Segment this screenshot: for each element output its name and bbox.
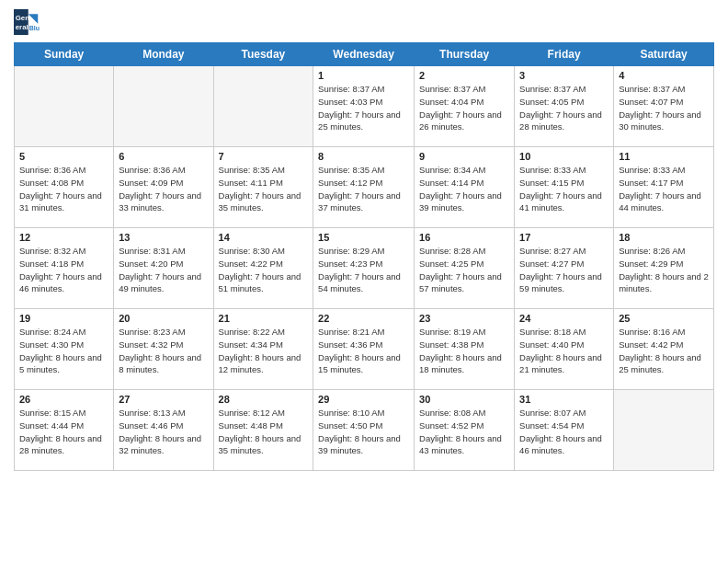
day-info: Sunrise: 8:08 AMSunset: 4:52 PMDaylight:… — [419, 407, 509, 457]
day-info: Sunrise: 8:27 AMSunset: 4:27 PMDaylight:… — [519, 245, 609, 295]
day-info: Sunrise: 8:31 AMSunset: 4:20 PMDaylight:… — [119, 245, 208, 295]
day-number: 7 — [219, 151, 309, 162]
calendar-cell: 27Sunrise: 8:13 AMSunset: 4:46 PMDayligh… — [114, 390, 213, 471]
day-number: 4 — [619, 70, 709, 81]
calendar-cell: 23Sunrise: 8:19 AMSunset: 4:38 PMDayligh… — [415, 309, 515, 390]
day-number: 16 — [419, 232, 509, 243]
day-info: Sunrise: 8:33 AMSunset: 4:17 PMDaylight:… — [619, 164, 709, 214]
logo: Gen eral Blue — [14, 9, 43, 35]
day-number: 17 — [519, 232, 609, 243]
calendar-cell: 4Sunrise: 8:37 AMSunset: 4:07 PMDaylight… — [614, 66, 714, 147]
week-row-2: 5Sunrise: 8:36 AMSunset: 4:08 PMDaylight… — [15, 147, 714, 228]
day-info: Sunrise: 8:22 AMSunset: 4:34 PMDaylight:… — [219, 326, 309, 376]
day-number: 1 — [318, 70, 409, 81]
day-number: 6 — [119, 151, 208, 162]
day-info: Sunrise: 8:19 AMSunset: 4:38 PMDaylight:… — [419, 326, 509, 376]
calendar-cell: 29Sunrise: 8:10 AMSunset: 4:50 PMDayligh… — [313, 390, 415, 471]
day-number: 29 — [318, 394, 409, 405]
calendar-cell: 21Sunrise: 8:22 AMSunset: 4:34 PMDayligh… — [213, 309, 313, 390]
calendar-cell: 15Sunrise: 8:29 AMSunset: 4:23 PMDayligh… — [313, 228, 415, 309]
calendar-cell — [614, 390, 714, 471]
calendar-cell: 20Sunrise: 8:23 AMSunset: 4:32 PMDayligh… — [114, 309, 213, 390]
weekday-header-thursday: Thursday — [415, 43, 515, 66]
calendar-cell: 11Sunrise: 8:33 AMSunset: 4:17 PMDayligh… — [614, 147, 714, 228]
day-info: Sunrise: 8:10 AMSunset: 4:50 PMDaylight:… — [318, 407, 409, 457]
calendar-cell: 12Sunrise: 8:32 AMSunset: 4:18 PMDayligh… — [15, 228, 114, 309]
day-info: Sunrise: 8:34 AMSunset: 4:14 PMDaylight:… — [419, 164, 509, 214]
day-info: Sunrise: 8:35 AMSunset: 4:11 PMDaylight:… — [219, 164, 309, 214]
calendar-cell: 5Sunrise: 8:36 AMSunset: 4:08 PMDaylight… — [15, 147, 114, 228]
day-info: Sunrise: 8:15 AMSunset: 4:44 PMDaylight:… — [19, 407, 108, 457]
calendar-cell: 14Sunrise: 8:30 AMSunset: 4:22 PMDayligh… — [213, 228, 313, 309]
calendar-cell: 22Sunrise: 8:21 AMSunset: 4:36 PMDayligh… — [313, 309, 415, 390]
weekday-header-row: SundayMondayTuesdayWednesdayThursdayFrid… — [15, 43, 714, 66]
day-info: Sunrise: 8:35 AMSunset: 4:12 PMDaylight:… — [318, 164, 409, 214]
week-row-3: 12Sunrise: 8:32 AMSunset: 4:18 PMDayligh… — [15, 228, 714, 309]
day-info: Sunrise: 8:36 AMSunset: 4:08 PMDaylight:… — [19, 164, 108, 214]
day-info: Sunrise: 8:30 AMSunset: 4:22 PMDaylight:… — [219, 245, 309, 295]
calendar-cell — [213, 66, 313, 147]
weekday-header-sunday: Sunday — [15, 43, 114, 66]
day-info: Sunrise: 8:23 AMSunset: 4:32 PMDaylight:… — [119, 326, 208, 376]
day-number: 8 — [318, 151, 409, 162]
calendar-cell: 16Sunrise: 8:28 AMSunset: 4:25 PMDayligh… — [415, 228, 515, 309]
day-number: 24 — [519, 313, 609, 324]
day-number: 18 — [619, 232, 709, 243]
day-number: 9 — [419, 151, 509, 162]
day-number: 15 — [318, 232, 409, 243]
day-number: 21 — [219, 313, 309, 324]
calendar-cell: 9Sunrise: 8:34 AMSunset: 4:14 PMDaylight… — [415, 147, 515, 228]
day-number: 19 — [19, 313, 108, 324]
day-number: 2 — [419, 70, 509, 81]
week-row-1: 1Sunrise: 8:37 AMSunset: 4:03 PMDaylight… — [15, 66, 714, 147]
calendar-cell — [15, 66, 114, 147]
calendar-cell: 3Sunrise: 8:37 AMSunset: 4:05 PMDaylight… — [515, 66, 614, 147]
day-number: 14 — [219, 232, 309, 243]
logo-icon: Gen eral Blue — [14, 9, 40, 35]
day-number: 20 — [119, 313, 208, 324]
calendar-cell: 18Sunrise: 8:26 AMSunset: 4:29 PMDayligh… — [614, 228, 714, 309]
calendar-cell: 30Sunrise: 8:08 AMSunset: 4:52 PMDayligh… — [415, 390, 515, 471]
calendar-cell: 13Sunrise: 8:31 AMSunset: 4:20 PMDayligh… — [114, 228, 213, 309]
day-number: 11 — [619, 151, 709, 162]
day-info: Sunrise: 8:18 AMSunset: 4:40 PMDaylight:… — [519, 326, 609, 376]
weekday-header-saturday: Saturday — [614, 43, 714, 66]
day-info: Sunrise: 8:12 AMSunset: 4:48 PMDaylight:… — [219, 407, 309, 457]
calendar-cell: 7Sunrise: 8:35 AMSunset: 4:11 PMDaylight… — [213, 147, 313, 228]
day-number: 13 — [119, 232, 208, 243]
weekday-header-friday: Friday — [515, 43, 614, 66]
day-number: 5 — [19, 151, 108, 162]
day-number: 26 — [19, 394, 108, 405]
calendar-cell: 6Sunrise: 8:36 AMSunset: 4:09 PMDaylight… — [114, 147, 213, 228]
day-number: 12 — [19, 232, 108, 243]
calendar-cell — [114, 66, 213, 147]
day-info: Sunrise: 8:37 AMSunset: 4:03 PMDaylight:… — [318, 83, 409, 133]
day-info: Sunrise: 8:13 AMSunset: 4:46 PMDaylight:… — [119, 407, 208, 457]
day-number: 25 — [619, 313, 709, 324]
day-info: Sunrise: 8:29 AMSunset: 4:23 PMDaylight:… — [318, 245, 409, 295]
header: Gen eral Blue — [14, 9, 714, 35]
calendar-cell: 17Sunrise: 8:27 AMSunset: 4:27 PMDayligh… — [515, 228, 614, 309]
week-row-5: 26Sunrise: 8:15 AMSunset: 4:44 PMDayligh… — [15, 390, 714, 471]
svg-text:Blue: Blue — [29, 25, 40, 31]
day-info: Sunrise: 8:37 AMSunset: 4:05 PMDaylight:… — [519, 83, 609, 133]
day-info: Sunrise: 8:28 AMSunset: 4:25 PMDaylight:… — [419, 245, 509, 295]
day-info: Sunrise: 8:33 AMSunset: 4:15 PMDaylight:… — [519, 164, 609, 214]
weekday-header-tuesday: Tuesday — [213, 43, 313, 66]
calendar-cell: 24Sunrise: 8:18 AMSunset: 4:40 PMDayligh… — [515, 309, 614, 390]
week-row-4: 19Sunrise: 8:24 AMSunset: 4:30 PMDayligh… — [15, 309, 714, 390]
day-number: 23 — [419, 313, 509, 324]
day-info: Sunrise: 8:26 AMSunset: 4:29 PMDaylight:… — [619, 245, 709, 295]
day-number: 27 — [119, 394, 208, 405]
day-info: Sunrise: 8:07 AMSunset: 4:54 PMDaylight:… — [519, 407, 609, 457]
weekday-header-monday: Monday — [114, 43, 213, 66]
day-number: 28 — [219, 394, 309, 405]
day-number: 10 — [519, 151, 609, 162]
day-info: Sunrise: 8:24 AMSunset: 4:30 PMDaylight:… — [19, 326, 108, 376]
svg-text:Gen: Gen — [16, 14, 29, 22]
calendar: SundayMondayTuesdayWednesdayThursdayFrid… — [14, 42, 714, 471]
day-info: Sunrise: 8:16 AMSunset: 4:42 PMDaylight:… — [619, 326, 709, 376]
page: Gen eral Blue SundayMondayTuesdayWednesd… — [0, 0, 728, 485]
day-number: 22 — [318, 313, 409, 324]
day-number: 31 — [519, 394, 609, 405]
